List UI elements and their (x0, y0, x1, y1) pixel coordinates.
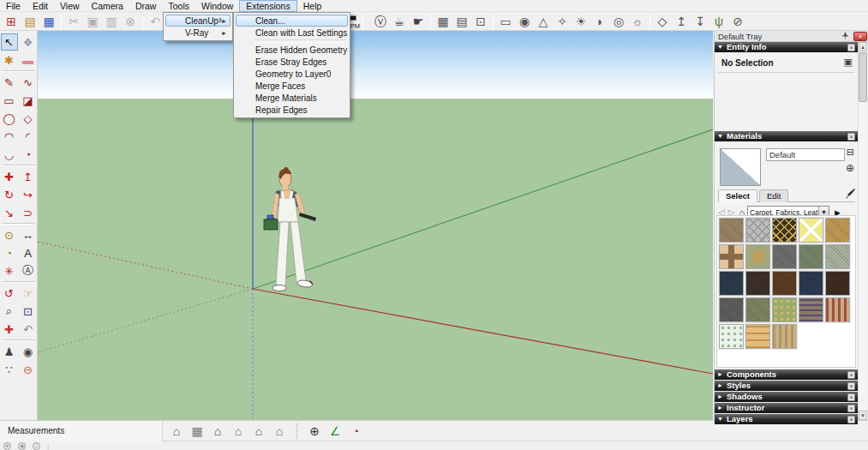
vray-fur-button[interactable]: ψ (709, 13, 728, 30)
position-camera-tool[interactable]: ♟ (1, 343, 18, 360)
carpet-pattern-gray[interactable] (745, 218, 770, 243)
tab-edit[interactable]: Edit (759, 189, 788, 202)
pie-tool[interactable]: ◔ (20, 146, 37, 163)
fabric-stripes-red-tan[interactable] (825, 297, 850, 322)
scroll-down-icon[interactable]: ▼ (859, 411, 867, 420)
menu-item-erase-hidden-geometry[interactable]: Erase Hidden Geometry (236, 44, 348, 56)
entity-info-close-button[interactable]: × (847, 44, 855, 51)
save-button[interactable]: ▦ (39, 13, 58, 30)
menu-item-repair-edges[interactable]: Repair Edges (236, 104, 348, 116)
vray-sun-light-button[interactable]: ☼ (628, 13, 647, 30)
carpet-diamond-gold-black[interactable] (772, 218, 797, 243)
menu-draw[interactable]: Draw (129, 0, 163, 12)
vray-ies-light-button[interactable]: ✧ (553, 13, 572, 30)
view-front-button[interactable]: ⌂ (207, 423, 228, 440)
denim-blue[interactable] (799, 271, 823, 296)
pin-icon[interactable] (841, 32, 850, 41)
carpet-green[interactable] (799, 244, 823, 269)
menu-item-erase-stray-edges[interactable]: Erase Stray Edges (236, 56, 348, 68)
model-viewport[interactable] (38, 31, 713, 420)
previous-view-tool[interactable]: ↶ (20, 321, 37, 338)
measurements-box[interactable]: Measurements (0, 421, 163, 441)
section-close-button[interactable]: × (847, 416, 855, 423)
view-left-button[interactable]: ⌂ (269, 423, 290, 440)
eyedropper-icon[interactable] (844, 188, 856, 201)
view-right-button[interactable]: ⌂ (228, 423, 248, 440)
vray-dome-light-button[interactable]: ◗ (590, 13, 609, 30)
menu-item-geometry-to-layer0[interactable]: Geometry to Layer0 (236, 68, 348, 80)
material-name-field[interactable]: Default (766, 148, 845, 161)
vray-asset-editor-button[interactable]: Ⓥ (371, 13, 390, 30)
drawing-area[interactable] (38, 31, 713, 420)
tool-button[interactable] (3, 339, 35, 341)
sign-in-status-icon[interactable]: ☺ (33, 442, 40, 450)
walk-tool[interactable]: ∵ (1, 361, 18, 378)
make-component-tool[interactable]: ❖ (20, 33, 37, 51)
vray-batch-render-button[interactable]: ▤ (452, 13, 471, 30)
geolocation-status-icon[interactable]: ⊕ (3, 442, 11, 450)
leather-saddle-brown[interactable] (772, 271, 797, 296)
materials-header[interactable]: ▼ Materials × (715, 131, 858, 141)
select-tool[interactable]: ↖ (1, 33, 18, 51)
section-components[interactable]: ► Components × (715, 369, 858, 380)
section-shadows[interactable]: ► Shadows × (715, 392, 858, 402)
dimension-tool[interactable]: ↔ (20, 226, 37, 243)
carpet-sage[interactable] (825, 244, 850, 269)
scroll-up-icon[interactable]: ▲ (859, 42, 867, 51)
view-top-button[interactable]: ▦ (187, 423, 207, 440)
carpet-gray[interactable] (772, 244, 797, 269)
new-button[interactable]: ⊞ (2, 13, 21, 30)
blinds-bamboo-tan[interactable] (745, 324, 770, 349)
toolbar-button[interactable] (61, 14, 62, 29)
north-angle-button[interactable]: ◔ (345, 423, 366, 440)
fabric-stripes-tweed[interactable] (799, 297, 823, 322)
freehand-tool[interactable]: ∿ (20, 74, 37, 91)
axes-tool[interactable]: ✳ (1, 262, 18, 279)
rectangle-tool[interactable]: ▭ (1, 92, 18, 109)
cut-button[interactable]: ✂ (64, 13, 83, 30)
tray-scrollbar[interactable]: ▲ ▼ (858, 42, 867, 420)
vray-rectangle-light-button[interactable]: ▭ (496, 13, 515, 30)
section-plane-tool[interactable]: ⊖ (20, 361, 37, 378)
section-close-button[interactable]: × (847, 405, 855, 412)
menu-extensions[interactable]: Extensions (239, 0, 296, 12)
zoom-tool[interactable]: ⌕ (1, 303, 18, 320)
vray-export-proxy-button[interactable]: ↥ (672, 13, 691, 30)
menu-item-vray[interactable]: V-Ray ► (165, 27, 230, 39)
circle-tool[interactable]: ◯ (1, 110, 18, 127)
section-close-button[interactable]: × (847, 393, 855, 401)
entity-info-header[interactable]: ▼ Entity Info × (715, 42, 858, 52)
vray-lock-camera-button[interactable]: ⊡ (471, 13, 490, 30)
tool-button[interactable] (3, 281, 35, 283)
copy-button[interactable]: ▣ (83, 13, 102, 30)
rotate-tool[interactable]: ↻ (1, 186, 18, 203)
carpet-plush-tan[interactable] (719, 218, 744, 243)
follow-me-tool[interactable]: ↪ (20, 186, 37, 203)
scale-tool[interactable]: ↘ (1, 204, 18, 221)
text-tool[interactable]: A (20, 244, 37, 261)
paste-button[interactable]: ▥ (102, 13, 121, 30)
scrollbar-thumb[interactable] (859, 52, 867, 102)
menu-item-clean-with-last-settings[interactable]: Clean with Last Settings (236, 27, 348, 39)
leather-dark-brown[interactable] (825, 271, 850, 296)
textile-leaf-white-green[interactable] (719, 324, 744, 349)
leather-espresso[interactable] (745, 271, 770, 296)
denim-dark-navy[interactable] (719, 271, 744, 296)
north-toggle-button[interactable]: ⊕ (304, 423, 325, 440)
open-button[interactable]: ▤ (21, 13, 39, 30)
two-point-arc-tool[interactable]: ◜ (20, 128, 37, 145)
vray-import-proxy-button[interactable]: ↧ (691, 13, 709, 30)
tool-button[interactable] (3, 70, 35, 72)
undo-button[interactable]: ↶ (146, 13, 165, 30)
vray-frame-buffer-button[interactable]: ▦ (434, 13, 452, 30)
menu-item-cleanup[interactable]: CleanUp³ ► (165, 15, 230, 27)
push-pull-tool[interactable]: ↥ (20, 168, 37, 185)
menu-edit[interactable]: Edit (27, 0, 54, 12)
arc-tool[interactable]: ◠ (1, 128, 18, 145)
vray-spot-light-button[interactable]: △ (534, 13, 553, 30)
textile-grass-weave[interactable] (772, 324, 797, 349)
three-point-arc-tool[interactable]: ◡ (1, 146, 18, 163)
toolbar-button[interactable] (142, 14, 143, 29)
menu-item-merge-materials[interactable]: Merge Materials (236, 92, 348, 104)
vray-render-button[interactable]: ☕ (390, 13, 409, 30)
